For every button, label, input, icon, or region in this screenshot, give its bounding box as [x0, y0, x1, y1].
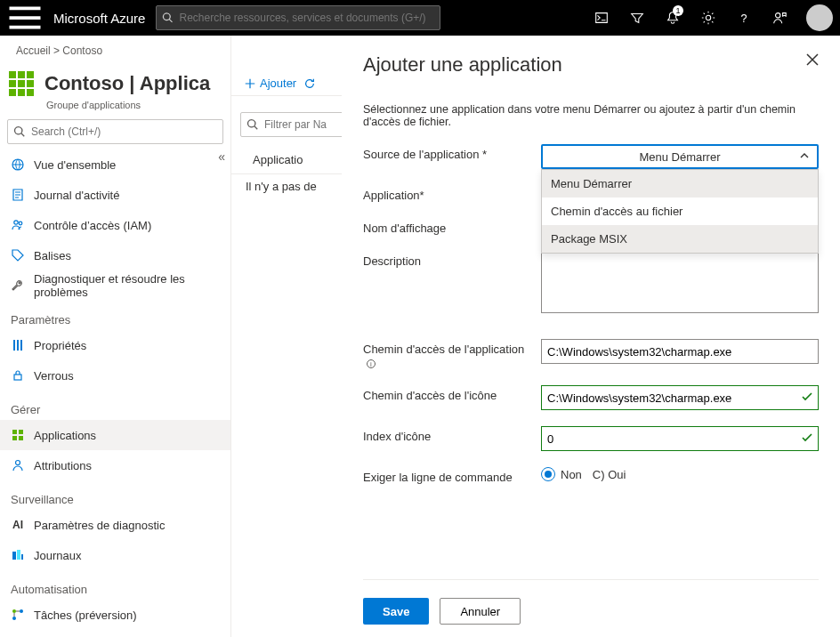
cancel-button[interactable]: Annuler [440, 598, 521, 625]
svg-text:?: ? [740, 12, 747, 25]
label-description: Description [363, 251, 532, 268]
svg-rect-9 [14, 375, 21, 380]
svg-point-2 [776, 13, 780, 18]
search-icon [13, 125, 26, 138]
logs-icon [11, 548, 25, 562]
icon-index-input[interactable] [541, 426, 819, 451]
sidebar: Contoso | Applica Groupe d'applications … [0, 36, 231, 637]
save-button[interactable]: Save [363, 598, 429, 625]
source-option-file-path[interactable]: Chemin d'accès au fichier [542, 198, 818, 225]
radio-no[interactable]: Non [541, 467, 582, 481]
help-button[interactable]: ? [728, 0, 760, 36]
nav-list: Vue d'ensemble Journal d'activité Contrô… [0, 149, 230, 630]
ai-icon: AI [11, 518, 25, 532]
section-params: Paramètres [0, 301, 230, 330]
collapse-sidebar-button[interactable]: « [218, 149, 225, 164]
nav-access-control[interactable]: Contrôle d’accès (IAM) [0, 210, 230, 240]
close-icon [806, 53, 819, 66]
icon-path-input[interactable] [541, 385, 819, 410]
radio-yes-label: C) Oui [593, 468, 626, 481]
description-textarea[interactable] [541, 251, 819, 313]
svg-rect-7 [17, 340, 19, 351]
section-surveillance: Surveillance [0, 480, 230, 510]
nav-assignments[interactable]: Attributions [0, 450, 230, 480]
chevron-up-icon [799, 150, 810, 164]
source-option-msix[interactable]: Package MSIX [542, 225, 818, 253]
label-display-name: Nom d'affichage [363, 218, 532, 235]
brand-label: Microsoft Azure [43, 11, 156, 26]
cloud-shell-button[interactable] [586, 0, 618, 36]
nav-label: Paramètres de diagnostic [34, 519, 165, 532]
sidebar-search[interactable] [7, 119, 223, 144]
page-title: Contoso | Applica [44, 72, 210, 95]
nav-label: Diagnostiquer et résoudre les problèmes [34, 272, 220, 299]
nav-logs[interactable]: Journaux [0, 540, 230, 570]
global-search[interactable] [156, 5, 440, 30]
label-require-cmdline: Exiger la ligne de commande [363, 467, 532, 484]
label-icon-index: Index d'icône [363, 426, 532, 443]
svg-point-19 [20, 609, 23, 613]
nav-label: Journal d'activité [34, 189, 119, 202]
person-icon [11, 458, 25, 472]
search-icon [162, 12, 174, 24]
check-icon [801, 431, 813, 447]
tag-icon [11, 248, 25, 262]
notification-count: 1 [673, 5, 683, 16]
nav-properties[interactable]: Propriétés [0, 330, 230, 360]
refresh-button[interactable] [303, 77, 319, 90]
people-icon [11, 218, 25, 232]
add-label: Ajouter [260, 77, 296, 90]
grid-icon [11, 428, 25, 442]
user-avatar[interactable] [806, 4, 833, 31]
notifications-button[interactable]: 1 [657, 0, 689, 36]
nav-diag-settings[interactable]: AI Paramètres de diagnostic [0, 510, 230, 540]
section-manage: Gérer [0, 391, 230, 420]
svg-point-20 [12, 617, 16, 620]
radio-yes[interactable]: C) Oui [593, 468, 626, 481]
check-icon [801, 391, 813, 406]
nav-label: Journaux [34, 549, 81, 562]
label-source: Source de l'application * [363, 144, 532, 161]
feedback-button[interactable] [763, 0, 796, 36]
section-automation: Automatisation [0, 570, 230, 600]
hamburger-menu[interactable] [7, 0, 43, 36]
nav-label: Attributions [34, 459, 92, 472]
add-button[interactable]: Ajouter [244, 77, 296, 90]
info-icon[interactable]: i [367, 359, 376, 368]
source-option-start-menu[interactable]: Menu Démarrer [542, 170, 818, 198]
nav-label: Balises [34, 249, 71, 262]
gear-icon [700, 10, 716, 26]
nav-diagnose[interactable]: Diagnostiquer et résoudre les problèmes [0, 270, 230, 301]
svg-rect-10 [12, 430, 17, 434]
sidebar-search-input[interactable] [31, 125, 222, 138]
svg-point-14 [16, 461, 20, 465]
nav-locks[interactable]: Verrous [0, 360, 230, 391]
nav-applications[interactable]: Applications [0, 420, 230, 450]
directories-button[interactable] [621, 0, 653, 36]
settings-button[interactable] [692, 0, 724, 36]
nav-overview[interactable]: Vue d'ensemble [0, 149, 230, 180]
close-panel-button[interactable] [806, 53, 819, 69]
label-app-path: Chemin d'accès de l'applicationi [363, 339, 532, 369]
global-search-input[interactable] [180, 12, 435, 24]
add-application-panel: Ajouter une application Sélectionnez une… [342, 36, 840, 637]
source-selected: Menu Démarrer [639, 150, 720, 164]
person-feedback-icon [771, 10, 788, 26]
nav-label: Contrôle d’accès (IAM) [34, 219, 151, 232]
nav-tags[interactable]: Balises [0, 240, 230, 270]
nav-label: Vue d'ensemble [34, 158, 116, 172]
page-subtitle: Groupe d'applications [0, 100, 230, 110]
nav-label: Tâches (préversion) [34, 609, 137, 622]
lock-icon [11, 368, 25, 383]
app-path-input[interactable] [541, 339, 819, 364]
nav-tasks[interactable]: Tâches (préversion) [0, 600, 230, 630]
svg-rect-6 [13, 340, 15, 351]
nav-label: Propriétés [34, 339, 86, 352]
source-dropdown[interactable]: Menu Démarrer [541, 144, 819, 169]
svg-rect-15 [12, 552, 16, 560]
wrench-icon [11, 278, 25, 293]
app-group-icon [9, 71, 34, 96]
nav-activity-log[interactable]: Journal d'activité [0, 180, 230, 210]
search-icon [246, 118, 259, 131]
svg-rect-16 [17, 550, 20, 560]
